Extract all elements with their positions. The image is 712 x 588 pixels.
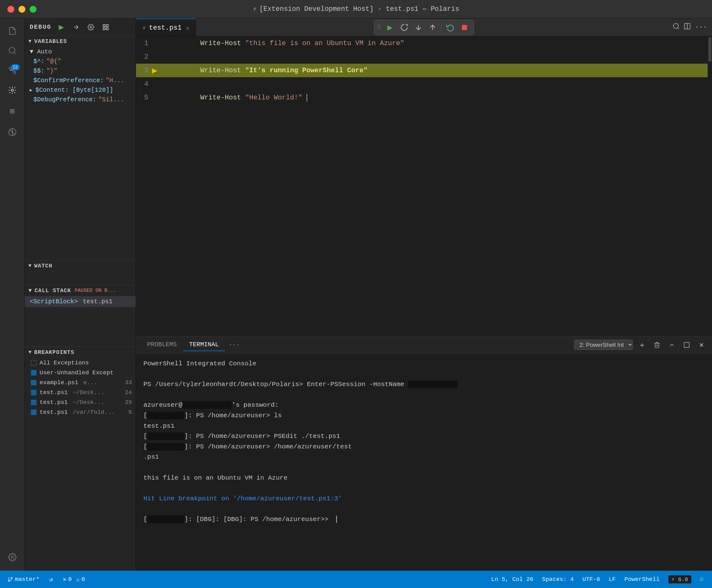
terminal-area: PROBLEMS TERMINAL ··· 2: PowerShell Int … xyxy=(136,336,712,571)
call-stack-frame-name: <ScriptBlock> xyxy=(30,298,78,305)
terminal-line: this file is on an Ubuntu VM in Azure xyxy=(143,473,705,483)
breakpoint-test3-checkbox[interactable] xyxy=(31,410,37,415)
svg-point-10 xyxy=(90,26,92,28)
terminal-trash-button[interactable] xyxy=(651,339,663,351)
call-stack-item[interactable]: <ScriptBlock> test.ps1 xyxy=(25,296,136,307)
activity-files[interactable] xyxy=(4,23,21,41)
terminal-breakpoint-link[interactable]: Hit Line breakpoint on '/home/azureuser/… xyxy=(143,493,705,504)
terminal-collapse-button[interactable] xyxy=(666,339,677,351)
terminal-instance-select[interactable]: 2: PowerShell Int xyxy=(574,340,633,350)
call-stack-section: ▼ CALL STACK PAUSED ON B... <ScriptBlock… xyxy=(25,285,136,346)
code-line-3: ▶ 3 Write-Host "It's running PowerShell … xyxy=(136,64,712,77)
activity-remote[interactable] xyxy=(4,125,21,142)
git-branch-icon xyxy=(7,576,13,582)
terminal-line: []: [DBG]: [DBG]: PS /home/azureuser>> xyxy=(143,514,705,525)
breakpoint-user-unhandled-checkbox[interactable] xyxy=(31,370,37,376)
warning-count: 0 xyxy=(82,576,85,583)
terminal-close-button[interactable]: ✕ xyxy=(696,339,707,351)
breakpoint-item: User-Unhandled Except xyxy=(25,368,136,378)
debug-step-over-button[interactable] xyxy=(71,22,81,32)
svg-point-25 xyxy=(8,580,9,582)
code-editor[interactable]: 1 Write-Host "this file is on an Ubuntu … xyxy=(136,37,712,336)
debug-settings-button[interactable] xyxy=(86,22,96,32)
var-name-4: $Content: [Byte[120]] xyxy=(35,86,113,93)
breakpoint-test2-checkbox[interactable] xyxy=(31,400,37,405)
variables-header[interactable]: ▼ VARIABLES xyxy=(25,36,136,47)
minimize-button[interactable] xyxy=(19,6,25,13)
code-keyword: Write-Host xyxy=(200,94,241,102)
terminal-new-button[interactable]: ＋ xyxy=(636,339,648,351)
status-encoding[interactable]: UTF-8 xyxy=(579,576,604,583)
status-language[interactable]: PowerShell xyxy=(621,576,664,583)
call-stack-frame-file: test.ps1 xyxy=(83,298,113,305)
activity-source-control[interactable]: 22 xyxy=(4,63,21,80)
status-bar: master* ↺ ✕ 0 ⚠ 0 Ln 5, Col 26 Spaces: 4… xyxy=(0,571,712,588)
terminal-maximize-button[interactable] xyxy=(681,339,692,351)
editor-split-icon[interactable] xyxy=(684,23,691,32)
status-errors[interactable]: ✕ 0 ⚠ 0 xyxy=(60,576,87,583)
terminal-more-button[interactable]: ··· xyxy=(225,339,244,351)
editor-scrollbar[interactable] xyxy=(708,37,712,336)
debug-float-step-out[interactable] xyxy=(426,21,440,34)
extensions-icon: ⊞ xyxy=(10,107,14,116)
var-name-1: $^: xyxy=(33,58,44,65)
activity-settings[interactable] xyxy=(4,550,21,567)
breakpoint-all-exceptions-checkbox[interactable] xyxy=(31,360,37,366)
scrollbar-thumb xyxy=(708,37,711,62)
editor-more-icon[interactable]: ··· xyxy=(695,23,707,31)
svg-point-9 xyxy=(11,556,13,558)
debug-float-step-into[interactable] xyxy=(412,21,425,34)
debug-float-continue[interactable]: ▶ xyxy=(383,21,397,34)
maximize-button[interactable] xyxy=(30,6,37,13)
activity-extensions[interactable]: ⊞ xyxy=(4,103,21,120)
var-item: $^: "@{" xyxy=(25,57,136,66)
debug-continue-button[interactable]: ▶ xyxy=(56,22,66,32)
var-item: $$: "}" xyxy=(25,66,136,76)
debug-float-restart[interactable] xyxy=(444,21,457,34)
var-item-content[interactable]: ▶ $Content: [Byte[120]] xyxy=(25,85,136,95)
svg-point-18 xyxy=(673,23,678,28)
watch-header[interactable]: ▼ WATCH xyxy=(25,260,136,271)
auto-group-header[interactable]: ▼ Auto xyxy=(25,47,136,57)
terminal-line: PS /Users/tylerleonhardt/Desktop/Polaris… xyxy=(143,379,705,390)
terminal-redact xyxy=(182,401,232,409)
tab-close-button[interactable]: ✕ xyxy=(186,25,189,31)
svg-rect-22 xyxy=(684,342,689,348)
debug-float-stop[interactable] xyxy=(458,21,471,34)
status-sync[interactable]: ↺ xyxy=(47,576,55,583)
breakpoint-test1-line: 24 xyxy=(125,389,132,396)
breakpoint-test1-checkbox[interactable] xyxy=(31,390,37,395)
svg-point-5 xyxy=(11,89,13,91)
breakpoint-example-checkbox[interactable] xyxy=(31,380,37,385)
svg-line-1 xyxy=(14,52,16,54)
smiley-icon: ☺ xyxy=(700,576,703,583)
status-position[interactable]: Ln 5, Col 26 xyxy=(487,576,537,583)
ps-version-text: ⚡ 6.0 xyxy=(668,575,691,583)
tab-terminal[interactable]: TERMINAL xyxy=(183,338,225,351)
close-button[interactable] xyxy=(7,6,14,13)
activity-bar: 22 ⊞ xyxy=(0,19,25,571)
svg-rect-13 xyxy=(103,27,105,29)
code-keyword: Write-Host xyxy=(200,67,241,75)
editor-search-icon[interactable] xyxy=(672,23,680,32)
status-spaces[interactable]: Spaces: 4 xyxy=(538,576,577,583)
search-icon xyxy=(8,46,17,58)
breakpoint-example-line: 33 xyxy=(125,379,132,386)
status-line-ending[interactable]: LF xyxy=(605,576,619,583)
status-ps-version[interactable]: ⚡ 6.0 xyxy=(665,575,695,583)
breakpoints-header[interactable]: ▼ BREAKPOINTS xyxy=(25,347,136,358)
status-smiley[interactable]: ☺ xyxy=(696,576,707,583)
editor-tab-test-ps1[interactable]: ⚡ test.ps1 ✕ xyxy=(136,19,196,36)
debug-float-step-over[interactable] xyxy=(398,21,411,34)
activity-search[interactable] xyxy=(4,43,21,61)
terminal-content[interactable]: PowerShell Integrated Console PS /Users/… xyxy=(136,354,712,571)
remote-icon xyxy=(8,128,17,139)
status-branch[interactable]: master* xyxy=(5,576,42,583)
tab-problems[interactable]: PROBLEMS xyxy=(141,338,183,351)
debug-more-button[interactable] xyxy=(101,22,110,32)
breakpoint-example-path: e... xyxy=(83,379,97,386)
activity-debug[interactable] xyxy=(4,83,21,100)
breakpoint-item: test.ps1 /var/fold... 5 xyxy=(25,407,136,417)
line-number-5: 5 xyxy=(136,94,155,102)
call-stack-header[interactable]: ▼ CALL STACK PAUSED ON B... xyxy=(25,285,136,296)
